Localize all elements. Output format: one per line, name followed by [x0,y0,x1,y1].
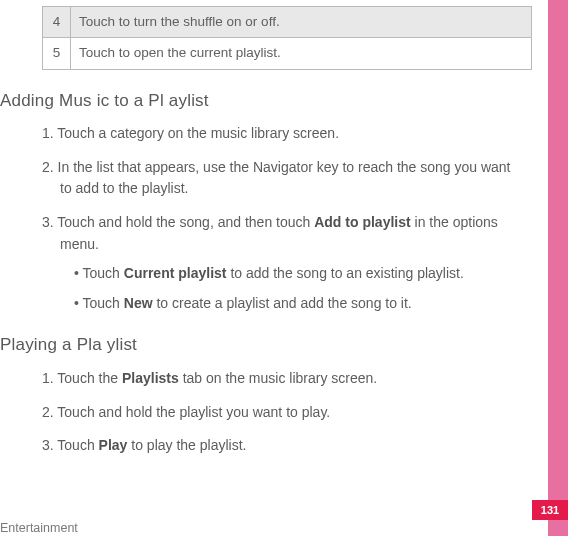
bullet-bold: New [124,295,153,311]
list-item: 1. Touch a category on the music library… [42,123,524,145]
playing-steps: 1. Touch the Playlists tab on the music … [42,368,530,457]
step-num: 2. [42,159,54,175]
section-heading-adding: Adding Mus ic to a Pl aylist [0,88,530,114]
step-text: In the list that appears, use the Naviga… [58,159,511,197]
table-row: 5 Touch to open the current playlist. [43,38,532,69]
row-text: Touch to turn the shuffle on or off. [71,7,532,38]
step-num: 2. [42,404,54,420]
section-heading-playing: Playing a Pla ylist [0,332,530,358]
step-post: to play the playlist. [127,437,246,453]
list-item: • Touch New to create a playlist and add… [74,293,524,314]
list-item: 2. In the list that appears, use the Nav… [42,157,524,200]
step-bold: Play [99,437,128,453]
bullet-post: to add the song to an existing playlist. [227,265,464,281]
adding-steps: 1. Touch a category on the music library… [42,123,530,314]
step-num: 1. [42,370,54,386]
list-item: 3. Touch and hold the song, and then tou… [42,212,524,314]
list-item: 1. Touch the Playlists tab on the music … [42,368,524,390]
list-item: 3. Touch Play to play the playlist. [42,435,524,457]
step-bold: Playlists [122,370,179,386]
row-text: Touch to open the current playlist. [71,38,532,69]
list-item: • Touch Current playlist to add the song… [74,263,524,284]
step-bold: Add to playlist [314,214,410,230]
step-text: Touch and hold the playlist you want to … [57,404,330,420]
footer-section-label: Entertainment [0,519,78,538]
adding-bullets: • Touch Current playlist to add the song… [74,263,524,314]
row-number: 5 [43,38,71,69]
table-row: 4 Touch to turn the shuffle on or off. [43,7,532,38]
step-num: 3. [42,437,54,453]
step-num: 3. [42,214,54,230]
row-number: 4 [43,7,71,38]
bullet-bold: Current playlist [124,265,227,281]
side-stripe [548,0,568,536]
bullet-post: to create a playlist and add the song to… [153,295,412,311]
list-item: 2. Touch and hold the playlist you want … [42,402,524,424]
step-pre: Touch the [57,370,122,386]
step-text: Touch a category on the music library sc… [57,125,339,141]
step-post: tab on the music library screen. [179,370,377,386]
step-pre: Touch [57,437,98,453]
bullet-pre: Touch [83,295,124,311]
options-table: 4 Touch to turn the shuffle on or off. 5… [42,6,532,70]
step-pre: Touch and hold the song, and then touch [57,214,314,230]
page-content: 4 Touch to turn the shuffle on or off. 5… [0,0,548,542]
step-num: 1. [42,125,54,141]
bullet-pre: Touch [83,265,124,281]
